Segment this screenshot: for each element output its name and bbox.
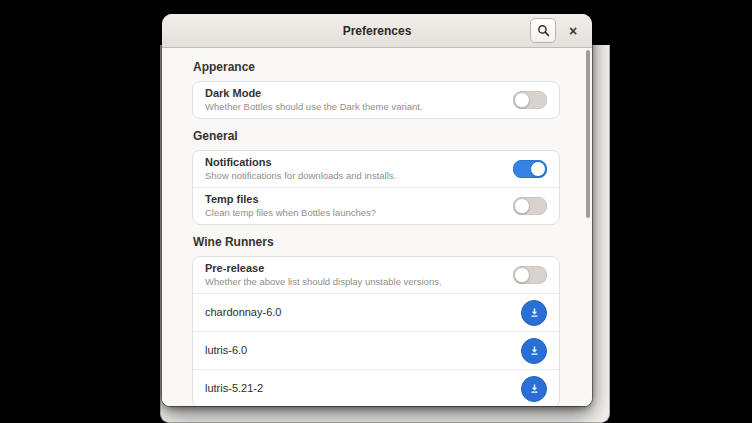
- row-title: Dark Mode: [205, 87, 513, 100]
- row-temp-files: Temp files Clean temp files when Bottles…: [193, 187, 559, 224]
- download-icon: [528, 306, 541, 319]
- runner-name: lutris-6.0: [205, 344, 521, 357]
- search-button[interactable]: [530, 18, 556, 43]
- card-general: Notifications Show notifications for dow…: [192, 150, 560, 225]
- scrollbar-thumb[interactable]: [586, 50, 590, 218]
- dark-mode-switch[interactable]: [513, 91, 547, 109]
- close-button[interactable]: ×: [560, 18, 586, 43]
- row-title: Temp files: [205, 193, 513, 206]
- section-wine-runners: Wine Runners Pre-release Whether the abo…: [192, 235, 560, 406]
- switch-knob: [514, 267, 530, 283]
- section-title: Wine Runners: [193, 235, 560, 249]
- row-runner-lutris-6[interactable]: lutris-6.0: [193, 331, 559, 369]
- row-subtitle: Show notifications for downloads and ins…: [205, 170, 513, 182]
- section-appearance: Apperance Dark Mode Whether Bottles shou…: [192, 60, 560, 119]
- row-title: Pre-release: [205, 262, 513, 275]
- window-title: Preferences: [343, 24, 412, 38]
- download-runner-button[interactable]: [521, 376, 547, 402]
- switch-knob: [514, 198, 530, 214]
- runner-name: chardonnay-6.0: [205, 306, 521, 319]
- row-runner-lutris-521[interactable]: lutris-5.21-2: [193, 369, 559, 406]
- download-runner-button[interactable]: [521, 300, 547, 326]
- row-dark-mode: Dark Mode Whether Bottles should use the…: [193, 82, 559, 118]
- row-pre-release: Pre-release Whether the above list shoul…: [193, 257, 559, 293]
- search-icon: [537, 24, 550, 37]
- card-wine-runners: Pre-release Whether the above list shoul…: [192, 256, 560, 406]
- section-general: General Notifications Show notifications…: [192, 129, 560, 225]
- pre-release-switch[interactable]: [513, 266, 547, 284]
- runner-name: lutris-5.21-2: [205, 382, 521, 395]
- close-icon: ×: [569, 23, 577, 39]
- download-icon: [528, 382, 541, 395]
- download-runner-button[interactable]: [521, 338, 547, 364]
- temp-files-switch[interactable]: [513, 197, 547, 215]
- preferences-dialog: Preferences × Apperance Dark Mode Whethe…: [162, 14, 592, 406]
- switch-knob: [514, 92, 530, 108]
- row-notifications: Notifications Show notifications for dow…: [193, 151, 559, 187]
- row-title: Notifications: [205, 156, 513, 169]
- preferences-content: Apperance Dark Mode Whether Bottles shou…: [162, 48, 592, 406]
- row-subtitle: Clean temp files when Bottles launches?: [205, 207, 513, 219]
- notifications-switch[interactable]: [513, 160, 547, 178]
- download-icon: [528, 344, 541, 357]
- desktop: { "window": { "title": "Preferences", "c…: [0, 0, 752, 423]
- row-runner-chardonnay[interactable]: chardonnay-6.0: [193, 293, 559, 331]
- header-bar: Preferences ×: [162, 14, 592, 48]
- row-subtitle: Whether the above list should display un…: [205, 276, 513, 288]
- card-appearance: Dark Mode Whether Bottles should use the…: [192, 81, 560, 119]
- section-title: General: [193, 129, 560, 143]
- row-subtitle: Whether Bottles should use the Dark them…: [205, 101, 513, 113]
- section-title: Apperance: [193, 60, 560, 74]
- switch-knob: [530, 161, 546, 177]
